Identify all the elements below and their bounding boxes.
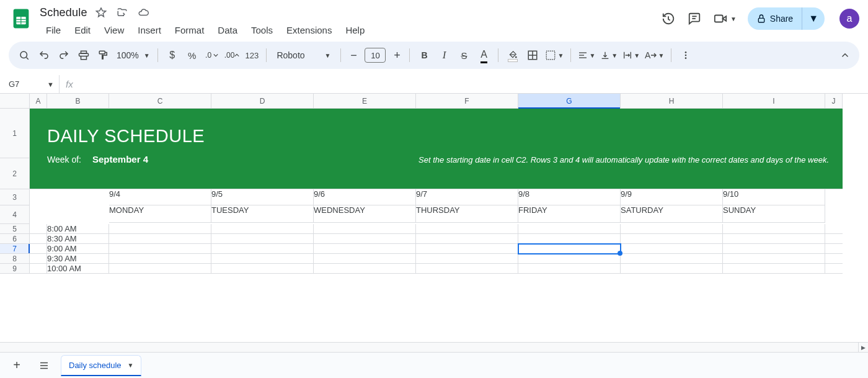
text-rotation-button[interactable]: A▼ — [643, 46, 666, 65]
time-cell[interactable]: 10:00 AM — [47, 264, 109, 274]
row-header[interactable]: 4 — [0, 205, 30, 224]
date-cell[interactable]: 9/8 — [518, 189, 621, 205]
print-button[interactable] — [74, 46, 93, 65]
move-icon[interactable] — [115, 5, 130, 20]
undo-button[interactable] — [35, 46, 53, 65]
row-header[interactable]: 5 — [0, 224, 30, 234]
comments-icon[interactable] — [687, 11, 702, 26]
col-header[interactable]: D — [211, 94, 314, 109]
font-size-input[interactable]: 10 — [365, 48, 386, 63]
menu-tools[interactable]: Tools — [245, 22, 279, 38]
time-cell[interactable]: 8:30 AM — [47, 234, 109, 244]
name-box[interactable]: G7▼ — [0, 75, 60, 93]
col-header[interactable]: F — [416, 94, 518, 109]
chevron-down-icon[interactable]: ▼ — [128, 362, 134, 369]
sheets-logo[interactable] — [9, 6, 33, 31]
menu-view[interactable]: View — [98, 22, 130, 38]
increase-decimal-button[interactable]: .00 — [223, 46, 242, 65]
all-sheets-button[interactable] — [33, 355, 55, 376]
more-toolbar-icon[interactable] — [676, 46, 695, 65]
document-title[interactable]: Schedule — [40, 6, 87, 19]
more-formats-button[interactable]: 123 — [242, 46, 261, 65]
fill-handle[interactable] — [618, 251, 622, 256]
decrease-decimal-button[interactable]: .0 — [203, 46, 221, 65]
menu-edit[interactable]: Edit — [68, 22, 97, 38]
date-cell[interactable]: 9/5 — [211, 189, 314, 205]
star-icon[interactable] — [94, 5, 108, 20]
day-cell[interactable]: MONDAY — [109, 205, 211, 223]
fill-color-button[interactable] — [503, 46, 522, 65]
text-color-button[interactable]: A — [474, 46, 493, 65]
collapse-toolbar-icon[interactable] — [839, 50, 851, 61]
banner[interactable]: DAILY SCHEDULE Week of: September 4 Set … — [30, 109, 843, 189]
row-header[interactable]: 7 — [0, 244, 30, 254]
col-header[interactable]: E — [314, 94, 416, 109]
row-header[interactable]: 1 — [0, 109, 30, 158]
share-dropdown[interactable]: ▼ — [802, 7, 825, 30]
fx-icon: fx — [60, 79, 79, 89]
time-cell[interactable]: 9:30 AM — [47, 254, 109, 264]
row-header[interactable]: 3 — [0, 189, 30, 205]
horizontal-scroll-right[interactable]: ▶ — [858, 342, 868, 352]
toolbar: 100%▼ $ % .0 .00 123 Roboto▼ − 10 + B I … — [9, 42, 859, 69]
italic-button[interactable]: I — [435, 46, 453, 65]
col-header[interactable]: I — [723, 94, 825, 109]
borders-button[interactable] — [523, 46, 542, 65]
text-wrap-button[interactable]: ▼ — [621, 46, 642, 65]
horizontal-align-button[interactable]: ▼ — [576, 46, 597, 65]
merge-cells-button[interactable]: ▼ — [543, 46, 565, 65]
format-percent-button[interactable]: % — [183, 46, 202, 65]
paint-format-button[interactable] — [94, 46, 113, 65]
date-cell[interactable]: 9/9 — [621, 189, 723, 205]
col-header[interactable]: H — [621, 94, 723, 109]
bold-button[interactable]: B — [415, 46, 433, 65]
vertical-align-button[interactable]: ▼ — [598, 46, 619, 65]
date-cell[interactable]: 9/10 — [723, 189, 825, 205]
day-cell[interactable]: THURSDAY — [416, 205, 518, 223]
add-sheet-button[interactable]: + — [6, 355, 27, 376]
row-header[interactable]: 9 — [0, 264, 30, 274]
day-cell[interactable]: FRIDAY — [518, 205, 621, 223]
menu-data[interactable]: Data — [211, 22, 244, 38]
font-size-increase[interactable]: + — [389, 49, 404, 62]
zoom-select[interactable]: 100%▼ — [114, 50, 153, 60]
search-menus-icon[interactable] — [15, 46, 33, 65]
history-icon[interactable] — [661, 11, 676, 26]
format-currency-button[interactable]: $ — [163, 46, 182, 65]
strikethrough-button[interactable]: S — [454, 46, 473, 65]
day-cell[interactable]: SATURDAY — [621, 205, 723, 223]
menu-insert[interactable]: Insert — [131, 22, 167, 38]
horizontal-scroll[interactable] — [0, 342, 858, 352]
row-header[interactable]: 8 — [0, 254, 30, 264]
account-avatar[interactable]: a — [839, 9, 859, 29]
col-header[interactable]: A — [30, 94, 47, 109]
col-header[interactable]: J — [825, 94, 843, 109]
font-select[interactable]: Roboto▼ — [272, 50, 335, 60]
cloud-status-icon[interactable] — [136, 5, 151, 20]
col-header[interactable]: C — [109, 94, 211, 109]
meet-button[interactable]: ▼ — [713, 11, 737, 26]
selected-cell[interactable] — [518, 244, 621, 254]
day-cell[interactable]: SUNDAY — [723, 205, 825, 223]
menu-format[interactable]: Format — [169, 22, 211, 38]
row-header[interactable]: 2 — [0, 158, 30, 189]
menu-extensions[interactable]: Extensions — [280, 22, 338, 38]
day-cell[interactable]: TUESDAY — [211, 205, 314, 223]
date-cell[interactable]: 9/6 — [314, 189, 416, 205]
redo-button[interactable] — [55, 46, 73, 65]
col-header[interactable]: B — [47, 94, 109, 109]
select-all-corner[interactable] — [0, 94, 30, 109]
date-cell[interactable]: 9/7 — [416, 189, 518, 205]
menu-file[interactable]: File — [40, 22, 67, 38]
sheet-tab[interactable]: Daily schedule ▼ — [61, 355, 141, 376]
day-cell[interactable]: WEDNESDAY — [314, 205, 416, 223]
share-button[interactable]: Share ▼ — [748, 7, 825, 30]
date-cell[interactable]: 9/4 — [109, 189, 211, 205]
row-header[interactable]: 6 — [0, 234, 30, 244]
menu-help[interactable]: Help — [339, 22, 371, 38]
time-cell[interactable]: 8:00 AM — [47, 224, 109, 234]
spreadsheet-grid[interactable]: A B C D E F G H I J 1 DAILY SCHEDULE Wee… — [0, 94, 868, 274]
font-size-decrease[interactable]: − — [346, 49, 361, 62]
time-cell[interactable]: 9:00 AM — [47, 244, 109, 254]
col-header[interactable]: G — [518, 94, 621, 109]
